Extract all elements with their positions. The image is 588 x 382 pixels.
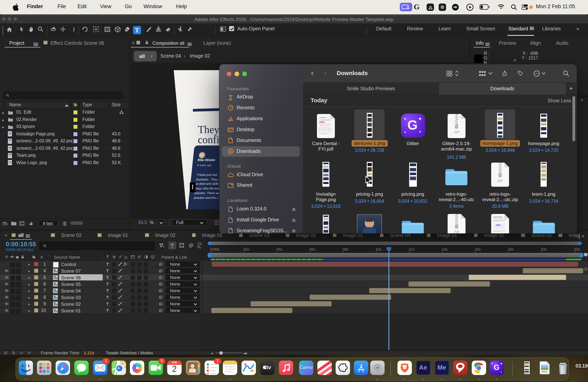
svg-text:ZIP: ZIP <box>454 130 459 134</box>
svg-text:ZIP: ZIP <box>454 230 459 233</box>
svg-text:ZIP: ZIP <box>497 179 503 183</box>
